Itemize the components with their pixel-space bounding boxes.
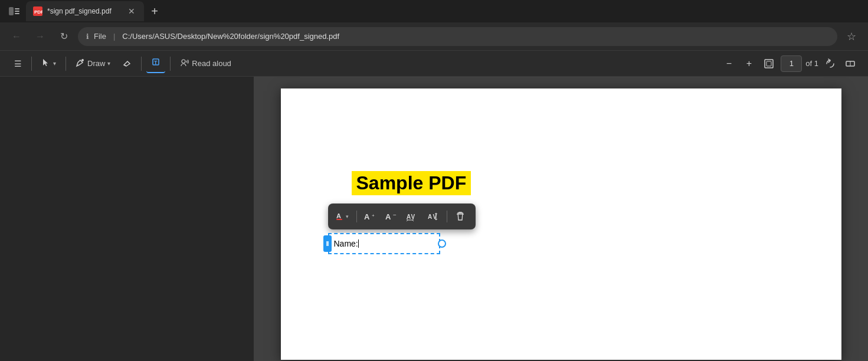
text-insert-button[interactable]: T [146,54,165,73]
character-spacing-button[interactable]: AV [403,207,422,226]
font-color-icon: A [335,211,345,222]
svg-rect-15 [336,219,342,220]
text-input-box[interactable]: Name: [328,233,440,254]
svg-rect-11 [767,61,771,66]
toolbar-divider-2 [65,57,66,71]
svg-text:A: A [336,212,341,219]
svg-text:A: A [385,212,391,221]
draw-dropdown-icon: ▾ [107,60,110,67]
font-color-dropdown-icon: ▾ [346,214,349,219]
eraser-button[interactable] [117,54,136,73]
pdf-page: Sample PDF A ▾ A [281,88,841,360]
page-number-input[interactable]: 1 [781,55,802,72]
read-aloud-button[interactable]: Read aloud [175,54,236,73]
font-color-button[interactable]: A ▾ [334,207,353,226]
svg-text:AV: AV [428,214,438,220]
text-cursor [358,239,359,248]
toolbar-divider-4 [170,57,171,71]
tab-close-button[interactable]: ✕ [126,6,137,17]
select-icon [41,58,51,69]
draw-label: Draw [87,59,105,68]
svg-rect-0 [9,7,14,15]
left-panel [0,77,254,361]
svg-text:T: T [154,60,158,65]
pdf-tab-icon: PDF [33,6,42,16]
svg-point-9 [182,60,185,63]
svg-text:PDF: PDF [34,9,42,15]
text-box-content: Name: [334,239,358,248]
svg-text:A: A [364,212,370,221]
favorites-button[interactable]: ☆ [842,27,861,46]
svg-text:+: + [372,213,375,218]
text-format-toolbar: A ▾ A + A [328,204,476,229]
tab-title: *sign pdf_signed.pdf [47,7,122,15]
svg-rect-10 [765,60,773,68]
immersive-reader-button[interactable] [842,55,859,72]
draw-button[interactable]: Draw ▾ [71,54,115,73]
info-icon: ℹ [86,32,89,41]
main-area: Sample PDF A ▾ A [0,77,868,361]
draw-icon [76,58,85,69]
select-tool-button[interactable]: ▾ [37,54,61,73]
select-dropdown-icon: ▾ [53,60,56,67]
menu-icon: ☰ [14,59,22,68]
rotate-button[interactable] [822,55,838,72]
sidebar-toggle-button[interactable] [5,2,24,21]
fit-page-button[interactable] [761,55,777,72]
url-bar[interactable]: ℹ File | C:/Users/ASUS/Desktop/New%20fol… [78,27,837,46]
svg-text:AV: AV [407,214,415,220]
text-insert-icon: T [151,57,161,68]
increase-font-size-button[interactable]: A + [361,207,379,226]
pdf-toolbar: ☰ ▾ Draw ▾ [0,51,868,77]
eraser-icon [122,58,132,69]
text-tool-divider-2 [447,211,447,222]
toolbar-divider-1 [31,57,32,71]
new-tab-button[interactable]: + [146,3,163,19]
delete-text-button[interactable] [451,207,470,226]
menu-button[interactable]: ☰ [9,54,27,73]
tab-bar: PDF *sign pdf_signed.pdf ✕ + [0,0,868,22]
svg-point-6 [81,59,84,61]
file-label: File [94,32,106,41]
read-aloud-icon [180,58,189,69]
text-tool-divider-1 [356,211,357,222]
page-controls: − + 1 of 1 [720,55,859,72]
read-aloud-label: Read aloud [192,59,231,68]
zoom-in-button[interactable]: + [741,55,757,72]
refresh-button[interactable]: ↻ [54,27,73,46]
text-box-left-handle[interactable] [323,235,332,252]
svg-rect-3 [15,13,19,14]
line-spacing-button[interactable]: AV [424,207,443,226]
svg-rect-1 [15,8,19,9]
address-bar: ← → ↻ ℹ File | C:/Users/ASUS/Desktop/New… [0,22,868,51]
toolbar-divider-3 [141,57,142,71]
forward-button[interactable]: → [31,27,50,46]
svg-text:−: − [393,212,397,218]
url-text: C:/Users/ASUS/Desktop/New%20folder/sign%… [122,32,829,41]
zoom-out-button[interactable]: − [720,55,737,72]
back-button[interactable]: ← [7,27,26,46]
active-tab[interactable]: PDF *sign pdf_signed.pdf ✕ [26,1,144,21]
decrease-font-size-button[interactable]: A − [382,207,401,226]
pdf-title: Sample PDF [352,171,471,195]
url-separator: | [113,32,115,41]
svg-rect-2 [15,11,19,12]
text-box-right-handle[interactable] [438,239,446,248]
page-of-text: of 1 [805,59,818,68]
pdf-view[interactable]: Sample PDF A ▾ A [254,77,868,361]
